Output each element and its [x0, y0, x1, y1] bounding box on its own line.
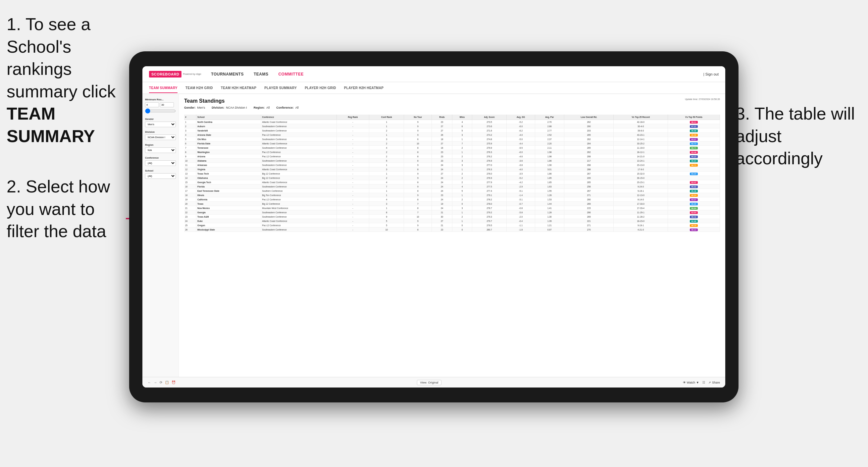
cell-avg-sg: -1.1 [507, 223, 535, 227]
sidebar-min-rounds-min[interactable] [145, 102, 159, 107]
table-row[interactable]: 6 Florida State Atlantic Coast Conferenc… [184, 142, 720, 146]
cell-low: 217 [564, 159, 614, 163]
cell-rank: 25 [184, 223, 196, 227]
cell-vs25-rec: 17-9-0 [614, 167, 668, 172]
cell-rnds: 16 [432, 146, 453, 150]
cell-vs50-pts: 88.18 [668, 223, 720, 227]
cell-avg-par: 2.11 [535, 146, 564, 150]
cell-vs50-pts [668, 167, 720, 172]
table-row[interactable]: 20 Texas Big 12 Conference - 3 7 19 0 27… [184, 202, 720, 206]
cell-rnds: 27 [432, 172, 453, 176]
sidebar-min-rounds-max[interactable] [160, 102, 174, 107]
cell-conference: Southern Conference [261, 189, 337, 193]
cell-rank: 7 [184, 146, 196, 150]
table-row[interactable]: 16 Florida Southeastern Conference - 7 9… [184, 185, 720, 189]
table-row[interactable]: 9 Arizona Pac-12 Conference - 2 8 23 2 2… [184, 154, 720, 159]
cell-avg-sg: -5.2 [507, 120, 535, 124]
cell-school: Arizona State [196, 133, 261, 137]
cell-low: 260 [564, 124, 614, 128]
table-row[interactable]: 26 Mississippi State Southeastern Confer… [184, 227, 720, 232]
cell-vs50-pts: 85.36 [668, 189, 720, 193]
cell-school: East Tennessee State [196, 189, 261, 193]
table-row[interactable]: 23 Texas A&M Southeastern Conference - 9… [184, 215, 720, 219]
cell-rnds: 24 [432, 167, 453, 172]
cell-rnds: 18 [432, 137, 453, 142]
cell-wins: 1 [453, 219, 472, 223]
table-row[interactable]: 12 Virginia Atlantic Coast Conference - … [184, 167, 720, 172]
table-row[interactable]: 8 Washington Pac-12 Conference - 2 8 23 … [184, 150, 720, 154]
watch-button[interactable]: 👁 Watch ▼ [683, 381, 699, 384]
table-row[interactable]: 22 Georgia Southeastern Conference - 8 7… [184, 210, 720, 215]
cell-no-tour: 8 [404, 180, 432, 185]
table-row[interactable]: 7 Tennessee Southeastern Conference - 4 … [184, 146, 720, 150]
table-row[interactable]: 25 Oregon Pac-12 Conference - 5 9 21 0 2… [184, 223, 720, 227]
cell-no-tour: 8 [404, 159, 432, 163]
cell-no-tour: 7 [404, 210, 432, 215]
table-row[interactable]: 14 Oklahoma Big 12 Conference - 2 9 24 2… [184, 176, 720, 180]
toolbar-forward-icon[interactable]: → [154, 380, 157, 384]
table-row[interactable]: 11 Arkansas Southeastern Conference - 1 … [184, 163, 720, 167]
table-row[interactable]: 19 California Pac-12 Conference - 4 8 24… [184, 197, 720, 202]
cell-low: 269 [564, 202, 614, 206]
nav-link-committee[interactable]: COMMITTEE [278, 70, 304, 78]
instruction-step3-text: 3. The table will adjust accordingly [736, 104, 855, 168]
cell-conference: Atlantic Coast Conference [261, 167, 337, 172]
cell-reg-rank: - [337, 137, 369, 142]
cell-wins: 3 [453, 163, 472, 167]
cell-avg-par: 1.28 [535, 210, 564, 215]
sub-nav-player-h2h-grid[interactable]: PLAYER H2H GRID [305, 84, 336, 93]
toolbar-copy-icon[interactable]: 📋 [165, 380, 169, 384]
cell-vs25-rec: 42-18-0 [614, 120, 668, 124]
cell-vs25-rec: 9-24-0 [614, 185, 668, 189]
table-row[interactable]: 1 North Carolina Atlantic Coast Conferen… [184, 120, 720, 124]
grid-button[interactable]: ☷ [703, 381, 705, 384]
table-row[interactable]: 17 East Tennessee State Southern Confere… [184, 189, 720, 193]
cell-rank: 9 [184, 154, 196, 159]
table-row[interactable]: 15 Georgia Tech Atlantic Coast Conferenc… [184, 180, 720, 185]
cell-avg-par: 1.86 [535, 172, 564, 176]
share-button[interactable]: ↗ Share [708, 381, 720, 384]
table-row[interactable]: 2 Auburn Southeastern Conference - 1 9 2… [184, 124, 720, 128]
sidebar-school-select[interactable]: (All) [145, 173, 176, 179]
table-header-row: # School Conference Reg Rank Conf Rank N… [184, 115, 720, 120]
toolbar-refresh-icon[interactable]: ⟳ [160, 380, 162, 384]
nav-link-teams[interactable]: TEAMS [254, 70, 269, 78]
sub-nav-player-h2h-heatmap[interactable]: PLAYER H2H HEATMAP [344, 84, 383, 93]
sub-nav-player-summary[interactable]: PLAYER SUMMARY [264, 84, 297, 93]
nav-link-tournaments[interactable]: TOURNAMENTS [211, 70, 244, 78]
sub-nav-team-h2h-heatmap[interactable]: TEAM H2H HEATMAP [221, 84, 256, 93]
table-row[interactable]: 3 Vanderbilt Southeastern Conference - 2… [184, 128, 720, 133]
view-original-button[interactable]: View: Original [417, 380, 441, 385]
toolbar-clock-icon[interactable]: ⏰ [172, 380, 176, 384]
cell-conf-rank: 1 [369, 206, 404, 210]
sidebar-conference-select[interactable]: (All) [145, 160, 176, 166]
sub-nav-team-h2h-grid[interactable]: TEAM H2H GRID [185, 84, 213, 93]
cell-conf-rank: 1 [369, 193, 404, 197]
table-row[interactable]: 10 Alabama Southeastern Conference - 5 8… [184, 159, 720, 163]
cell-conf-rank: 1 [369, 189, 404, 193]
toolbar-back-icon[interactable]: ← [148, 380, 151, 384]
sidebar-gender-select[interactable]: Men's [145, 122, 176, 127]
table-row[interactable]: 24 Duke Atlantic Coast Conference - 5 9 … [184, 219, 720, 223]
table-row[interactable]: 4 Arizona State Pac-12 Conference - 1 9 … [184, 133, 720, 137]
cell-low: 221 [564, 219, 614, 223]
cell-wins: 1 [453, 193, 472, 197]
cell-adj-score: 277.9 [472, 180, 506, 185]
table-row[interactable]: 13 Texas Tech Big 12 Conference - 1 9 27… [184, 172, 720, 176]
sign-out-link[interactable]: | Sign out [704, 72, 719, 76]
cell-reg-rank: - [337, 167, 369, 172]
sidebar-region-select[interactable]: N/A [145, 147, 176, 153]
cell-conf-rank: 4 [369, 146, 404, 150]
sidebar-rounds-slider[interactable] [145, 108, 176, 114]
cell-school: Virginia [196, 167, 261, 172]
table-row[interactable]: 5 Ole Miss Southeastern Conference - 3 6… [184, 137, 720, 142]
toolbar-left: ← → ⟳ 📋 ⏰ [148, 380, 176, 384]
sidebar-division-select[interactable]: NCAA Division I [145, 134, 176, 140]
sidebar-school-section: School (All) [145, 169, 176, 179]
sub-nav-team-summary[interactable]: TEAM SUMMARY [149, 84, 178, 93]
cell-vs25-rec: 4-21-0 [614, 227, 668, 232]
cell-adj-score: 280.7 [472, 227, 506, 232]
col-conference: Conference [261, 115, 337, 120]
table-row[interactable]: 18 Illinois Big Ten Conference - 1 9 23 … [184, 193, 720, 197]
table-row[interactable]: 21 New Mexico Mountain West Conference -… [184, 206, 720, 210]
